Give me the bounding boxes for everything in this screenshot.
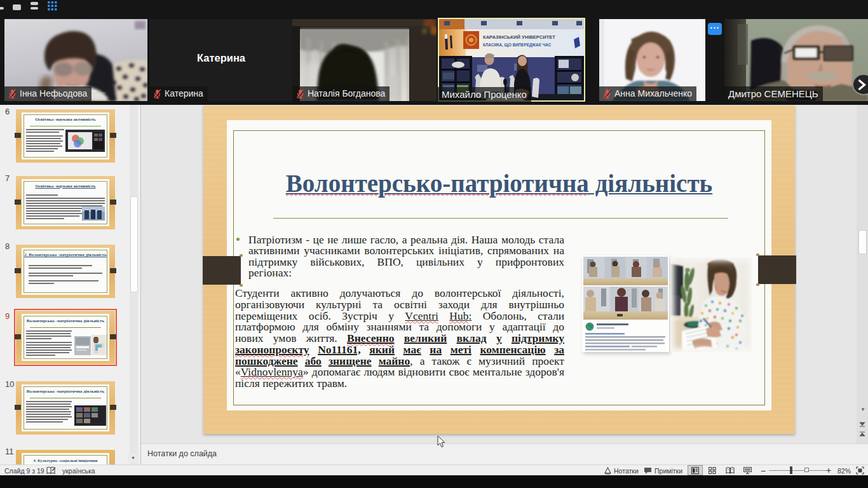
- svg-text:КАРАЗІНСЬКИЙ УНІВЕРСИТЕТ: КАРАЗІНСЬКИЙ УНІВЕРСИТЕТ: [483, 34, 555, 40]
- svg-text:КЛАСИКА, ЩО ВИПЕРЕДЖАЄ ЧАС: КЛАСИКА, ЩО ВИПЕРЕДЖАЄ ЧАС: [483, 43, 552, 48]
